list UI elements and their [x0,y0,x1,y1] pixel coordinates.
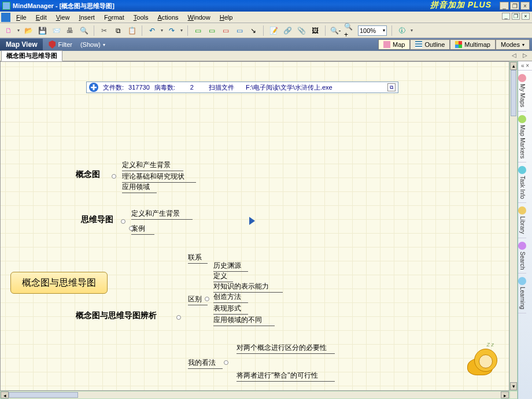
node-relation[interactable]: 联系 [188,253,208,263]
view-outline-button[interactable]: Outline [410,39,450,50]
help-button[interactable]: 🛈 [397,25,407,36]
open-button[interactable]: 📂 [23,25,34,36]
presentation-marker-icon[interactable] [249,217,255,225]
leaf-node[interactable]: 定义和产生背景 [131,209,193,219]
menu-app-icon[interactable] [1,13,10,22]
side-tab-learning[interactable]: Learning [518,274,526,313]
side-tab-taskinfo[interactable]: Task Info [518,162,526,203]
undo-button[interactable]: ↶ [147,25,157,36]
relationship-button[interactable]: ↘ [248,25,258,36]
document-tab-bar: 概念图与思维导图 ◁ ▷ [0,51,532,61]
leaf-node[interactable]: 案例 [131,224,154,234]
menu-view[interactable]: View [51,13,75,22]
subtopic-button[interactable]: ▭ [206,25,217,36]
menu-edit[interactable]: Edit [31,13,51,22]
menu-insert[interactable]: Insert [74,13,99,22]
node-mind-map[interactable]: 思维导图 [81,215,113,225]
send-button[interactable]: 📨 [51,25,61,36]
canvas[interactable]: 文件数: 317730 病毒数: 2 扫描文件 F:\电子阅读\文学\水浒传上.… [0,61,509,391]
leaf-node[interactable]: 将两者进行"整合"的可行性 [237,371,335,380]
view-map-button[interactable]: Map [378,39,410,50]
restore-button[interactable]: ❐ [510,2,519,10]
boundary-button[interactable]: ▭ [234,25,245,36]
show-dropdown[interactable]: (Show) [80,41,101,48]
expand-joint[interactable] [205,297,209,301]
hscroll-thumb[interactable] [9,392,78,398]
filter-label[interactable]: Filter [58,41,72,48]
assistant-mascot[interactable]: Z z [464,346,500,375]
print-button[interactable]: 🖶 [65,25,75,36]
expand-joint[interactable] [112,174,116,179]
menu-tools[interactable]: Tools [129,13,153,22]
save-button[interactable]: 💾 [37,25,47,36]
close-button[interactable]: × [520,2,530,10]
side-tab-markers[interactable]: Map Markers [518,112,526,162]
leaf-node[interactable]: 定义和产生背景 [122,160,183,170]
expand-joint[interactable] [224,360,228,365]
zoom-combo[interactable]: 100%▾ [358,25,387,36]
view-outline-label: Outline [424,41,445,48]
node-concept-map[interactable]: 概念图 [76,169,100,180]
side-tab-library[interactable]: Library [518,203,526,238]
menu-help[interactable]: Help [215,13,238,22]
zoom-in-button[interactable]: 🔍+ [344,25,354,36]
scroll-up-button[interactable]: ▴ [510,62,517,70]
mdi-close-button[interactable]: × [522,13,530,20]
new-button[interactable]: 🗋 [3,25,14,36]
horizontal-scrollbar[interactable]: ◂ ▸ [0,391,509,399]
view-modes-button[interactable]: Modes ▾ [496,39,530,50]
leaf-node[interactable]: 创造方法 [213,292,248,302]
leaf-node[interactable]: 应用领域 [122,182,157,192]
map-view-label: Map View [0,39,43,50]
leaf-node[interactable]: 理论基础和研究现状 [122,172,196,182]
leaf-node[interactable]: 应用领域的不同 [213,315,275,325]
outline-icon [415,41,422,48]
leaf-node[interactable]: 对两个概念进行区分的必要性 [237,343,335,353]
document-tab[interactable]: 概念图与思维导图 [1,50,62,61]
scroll-down-button[interactable]: ▾ [510,382,517,390]
menu-window[interactable]: Window [183,13,215,22]
zoom-out-button[interactable]: 🔍- [330,25,341,36]
menu-actions[interactable]: Actions [153,13,183,22]
side-tab-mymaps[interactable]: My Maps [518,71,526,112]
filter-shield-icon [49,40,56,49]
copy-button[interactable]: ⧉ [113,25,123,36]
vertical-scrollbar[interactable]: ▴ ▾ [509,61,518,391]
expand-joint[interactable] [176,315,181,320]
cut-button[interactable]: ✂ [99,25,109,36]
library-icon [518,206,526,215]
scan-label: 扫描文件 [209,83,234,92]
leaf-node[interactable]: 表现形式 [213,304,248,313]
topic-button[interactable]: ▭ [193,25,203,36]
expand-joint[interactable] [129,226,134,231]
mindmap-root-node[interactable]: 概念图与思维导图 [10,272,108,294]
minimize-button[interactable]: _ [500,2,509,10]
expand-joint[interactable] [121,219,125,224]
node-my-view[interactable]: 我的看法 [188,358,223,368]
vscroll-thumb[interactable] [511,70,516,116]
tab-nav-arrows[interactable]: ◁ ▷ [512,52,530,58]
notes-button[interactable]: 📝 [268,25,279,36]
hyperlink-button[interactable]: 🔗 [282,25,293,36]
menu-format[interactable]: Format [99,13,129,22]
scroll-left-button[interactable]: ◂ [1,391,9,398]
paste-button[interactable]: 📋 [127,25,137,36]
node-comparison[interactable]: 概念图与思维导图辨析 [76,311,157,321]
image-button[interactable]: 🖼 [310,25,320,36]
side-tab-search[interactable]: Search [518,238,526,274]
mdi-restore-button[interactable]: ❐ [512,13,520,20]
print-preview-button[interactable]: 🔍 [79,25,89,36]
view-multimap-button[interactable]: Multimap [450,39,496,50]
redo-button[interactable]: ↷ [167,25,177,36]
mdi-minimize-button[interactable]: _ [502,13,510,20]
leaf-node[interactable]: 历史渊源 [213,261,248,271]
attachment-button[interactable]: 📎 [296,25,306,36]
notif-expand-button[interactable]: ⧉ [387,83,396,91]
scroll-right-button[interactable]: ▸ [501,391,509,398]
leaf-node[interactable]: 定义 [213,271,233,281]
side-panel-close[interactable]: « × [518,61,532,71]
leaf-node[interactable]: 对知识的表示能力 [213,282,283,291]
callout-button[interactable]: ▭ [220,25,231,36]
sleep-zz-icon: Z z [487,342,494,348]
menu-file[interactable]: File [12,13,31,22]
